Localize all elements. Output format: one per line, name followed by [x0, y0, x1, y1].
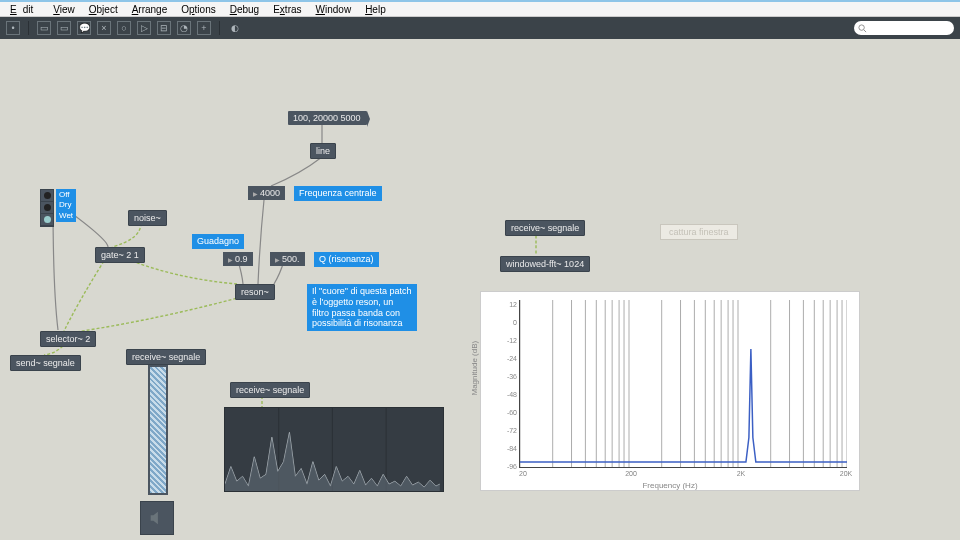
ghost-cattura[interactable]: cattura finestra [660, 224, 738, 240]
plus-icon[interactable]: + [197, 21, 211, 35]
menubar[interactable]: Edit View Object Arrange Options Debug E… [0, 2, 960, 17]
obj-noise[interactable]: noise~ [128, 210, 167, 226]
menu-extras[interactable]: Extras [267, 4, 307, 15]
presentation-icon[interactable]: ◐ [228, 21, 242, 35]
menu-options[interactable]: Options [175, 4, 221, 15]
obj-reson[interactable]: reson~ [235, 284, 275, 300]
obj-send[interactable]: send~ segnale [10, 355, 81, 371]
bang-icon[interactable]: ○ [117, 21, 131, 35]
obj-selector[interactable]: selector~ 2 [40, 331, 96, 347]
speaker-icon [148, 509, 166, 527]
menu-object[interactable]: Object [83, 4, 124, 15]
menu-view[interactable]: View [47, 4, 81, 15]
obj-line[interactable]: line [310, 143, 336, 159]
radio-off-dry-wet[interactable] [40, 189, 54, 227]
comment-gain: Guadagno [192, 234, 244, 249]
comment-reson: Il "cuore" di questa patch è l'oggetto r… [307, 284, 417, 331]
msg-line-args[interactable]: 100, 20000 5000 [288, 111, 367, 125]
menu-help[interactable]: Help [359, 4, 392, 15]
gain-slider[interactable] [148, 365, 168, 495]
new-object-icon[interactable]: ▭ [37, 21, 51, 35]
obj-windowed-fft[interactable]: windowed-fft~ 1024 [500, 256, 590, 272]
comment-freq: Frequenza centrale [294, 186, 382, 201]
patch-canvas[interactable]: Off Dry Wet noise~ gate~ 2 1 selector~ 2… [0, 39, 960, 540]
num-freq[interactable]: 4000 [248, 186, 285, 200]
svg-point-0 [859, 24, 864, 29]
toggle-icon[interactable]: × [97, 21, 111, 35]
menu-edit[interactable]: Edit [4, 4, 45, 15]
obj-gate[interactable]: gate~ 2 1 [95, 247, 145, 263]
search-icon [858, 24, 867, 33]
menu-debug[interactable]: Debug [224, 4, 265, 15]
ezdac[interactable] [140, 501, 174, 535]
obj-receive-scope[interactable]: receive~ segnale [230, 382, 310, 398]
search-input[interactable] [854, 21, 954, 35]
new-message-icon[interactable]: ▭ [57, 21, 71, 35]
obj-receive-slider[interactable]: receive~ segnale [126, 349, 206, 365]
menu-arrange[interactable]: Arrange [126, 4, 174, 15]
svg-line-1 [864, 29, 866, 31]
spectroscope[interactable]: Magnitude (dB) Frequency (Hz) 12 0 -12 -… [480, 291, 860, 491]
number-icon[interactable]: ▷ [137, 21, 151, 35]
slider-icon[interactable]: ⊟ [157, 21, 171, 35]
spectrum-xlabel: Frequency (Hz) [642, 481, 697, 490]
radio-labels: Off Dry Wet [56, 189, 76, 222]
toolbar: • ▭ ▭ 💬 × ○ ▷ ⊟ ◔ + ◐ [0, 17, 960, 39]
spectrum-ylabel: Magnitude (dB) [470, 341, 479, 396]
comment-icon[interactable]: 💬 [77, 21, 91, 35]
num-q[interactable]: 500. [270, 252, 305, 266]
lock-icon[interactable]: • [6, 21, 20, 35]
obj-receive-fft[interactable]: receive~ segnale [505, 220, 585, 236]
comment-q: Q (risonanza) [314, 252, 379, 267]
num-gain[interactable]: 0.9 [223, 252, 253, 266]
menu-window[interactable]: Window [310, 4, 358, 15]
scope[interactable] [224, 407, 444, 492]
dial-icon[interactable]: ◔ [177, 21, 191, 35]
